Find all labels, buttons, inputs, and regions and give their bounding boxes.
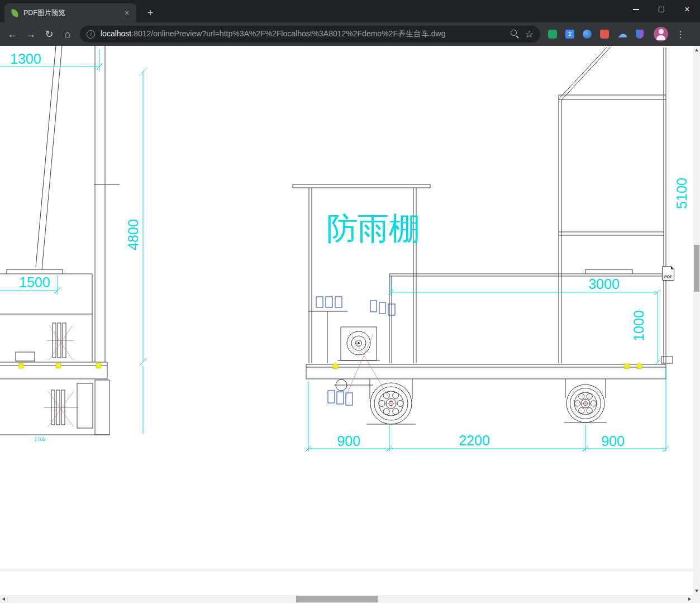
close-icon: ×: [684, 5, 689, 14]
browser-tab[interactable]: PDF图片预览 ×: [4, 3, 136, 22]
minimize-icon: [633, 9, 639, 10]
vertical-scrollbar[interactable]: [693, 46, 700, 595]
profile-avatar[interactable]: [654, 27, 668, 41]
zoom-icon[interactable]: [511, 30, 520, 39]
scroll-right-arrow-icon[interactable]: [688, 597, 691, 601]
scroll-down-arrow-icon[interactable]: [695, 590, 698, 592]
dim-mast-height: 4800: [125, 219, 141, 250]
back-button[interactable]: ←: [4, 26, 20, 42]
maximize-button[interactable]: [649, 0, 674, 19]
pdf-preview-area: 1300 4800 1500 1785 防雨棚 3000 1000 5100 9…: [0, 46, 693, 595]
minimize-button[interactable]: [623, 0, 649, 19]
browser-toolbar: ← → ↻ ⌂ i localhost:8012/onlinePreview?u…: [0, 22, 700, 46]
page-info-icon[interactable]: i: [87, 30, 95, 39]
dim-span-right: 900: [601, 433, 625, 449]
dim-span-center: 2200: [459, 433, 490, 448]
browser-menu-icon[interactable]: ⋮: [675, 29, 686, 40]
dim-right-height: 5100: [674, 178, 689, 209]
pdf-file-icon[interactable]: PDF: [662, 266, 674, 281]
url-host: localhost: [101, 29, 131, 38]
pdf-file-icon-label: PDF: [664, 275, 672, 279]
extension-red-icon[interactable]: [600, 30, 609, 39]
dim-base-detail: 1785: [34, 436, 45, 442]
window-controls: ×: [623, 0, 700, 19]
vertical-scrollbar-thumb[interactable]: [694, 245, 699, 292]
cad-drawing: 1300 4800 1500 1785 防雨棚 3000 1000 5100 9…: [0, 46, 693, 595]
horizontal-scrollbar-thumb[interactable]: [296, 596, 378, 602]
cad-centerlines: [48, 325, 591, 427]
dim-bed-length: 3000: [588, 276, 620, 292]
reload-button[interactable]: ↻: [41, 26, 57, 42]
tab-close-icon[interactable]: ×: [122, 8, 132, 18]
dim-span-left: 900: [337, 433, 360, 449]
scrollbar-corner: [693, 595, 700, 603]
cloud-extension-icon[interactable]: ☁: [617, 30, 627, 39]
url-text[interactable]: localhost:8012/onlinePreview?url=http%3A…: [101, 29, 506, 39]
shield-extension-icon[interactable]: [636, 30, 644, 39]
extension-blue-circle-icon[interactable]: [583, 30, 592, 39]
spring-leaf-favicon-icon: [11, 9, 19, 17]
extensions-row: 文 ☁: [548, 30, 644, 39]
address-bar[interactable]: i localhost:8012/onlinePreview?url=http%…: [80, 26, 540, 42]
url-path: :8012/onlinePreview?url=http%3A%2F%2Floc…: [131, 29, 445, 38]
scroll-left-arrow-icon[interactable]: [2, 597, 5, 601]
tab-title: PDF图片预览: [23, 8, 122, 18]
cad-dimension-texts: 1300 4800 1500 1785 防雨棚 3000 1000 5100 9…: [10, 51, 689, 449]
dim-left-top-width: 1300: [10, 51, 41, 67]
bookmark-star-icon[interactable]: ☆: [525, 29, 534, 40]
maximize-icon: [659, 7, 664, 12]
canopy-label: 防雨棚: [326, 211, 420, 246]
home-button[interactable]: ⌂: [60, 26, 75, 42]
close-button[interactable]: ×: [674, 0, 700, 19]
dim-bed-height: 1000: [631, 310, 646, 341]
translate-extension-icon[interactable]: 文: [565, 30, 574, 39]
dim-base-width: 1500: [19, 274, 50, 290]
new-tab-button[interactable]: +: [144, 7, 156, 19]
horizontal-scrollbar[interactable]: [0, 595, 693, 603]
extension-green-icon[interactable]: [548, 30, 557, 39]
forward-button[interactable]: →: [23, 26, 39, 42]
window-titlebar: PDF图片预览 × + ×: [0, 0, 700, 22]
scroll-up-arrow-icon[interactable]: [695, 49, 698, 51]
